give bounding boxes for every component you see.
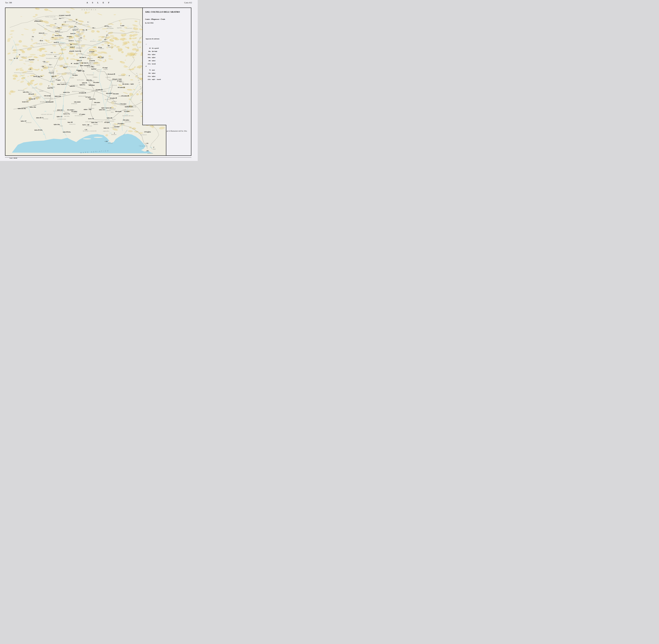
apparato-item: 223anoʃič — kortél [146,78,161,80]
atlas-sheet: Tav. 588 A S L E F Carta 412 pflúįkχmę̀s… [0,0,198,161]
apparato-item-number: 92b [146,72,151,74]
apparato-item: 70núoš [146,69,155,71]
apparato-item-number: 162a [146,54,151,55]
apparato-item-number: 215a [146,63,151,65]
apparato-item: 164akǫ́ltri [146,57,155,58]
apparato-item-number: 164a [146,57,151,58]
lagoon-island [108,141,113,142]
map-title: 3202. COLTELLO DELL’ARATRO [145,11,180,13]
apparato-item-word: fér a gortél [152,47,159,49]
apparato-item-word: fįér lúņk [152,50,157,52]
apparato-item-word: kǫ́ltri [152,54,155,55]
apparato-item-word: kortę́l [152,63,156,65]
sheet-number-right: Carta 412 [184,2,192,4]
lagoon-island [83,138,91,139]
apparato-item: 215akortę́l [146,63,156,65]
map-subtitle: Coutre - Pflugmesser - Črtalo [145,18,165,20]
apparato-item-number: 206 [146,60,151,62]
apparato-item-number: 223a [146,78,151,80]
apparato-item-word: kǫ́ltri [152,57,155,58]
p-symbol: P [146,66,146,67]
apparato-item-word: kóltri [152,60,155,62]
circle-symbol: ○ [146,43,146,45]
apparato-item: 40fér a gortél [146,47,159,49]
bottom-right-margin [166,125,191,156]
atlas-title: A S L E F [87,2,111,4]
apparato-heading: Apparato di confronto [145,38,159,40]
apparato-item: 162akǫ́ltri [146,54,155,55]
panel-border-step [142,125,166,125]
illustrations-note: per le Illustrazioni vedi Tav. 581a [167,130,187,132]
scale-note: Scala 1: 300.000 [9,158,17,159]
map-frame-bottom-rule [5,157,191,158]
apparato-item: 80afįér lúņk [146,50,157,52]
questionnaire-ref: Q. ALI 3552 [145,22,153,24]
apparato-item-word: kǫ́ltri [152,72,155,74]
apparato-item-number: 212a [146,75,151,77]
apparato-item-number: 40 [146,47,151,49]
adriatic-sea [12,134,153,153]
rivers [10,26,138,139]
apparato-item-word: núoš [152,69,155,71]
apparato-item: 92bkǫ́ltri [146,72,155,74]
panel-border-vertical [142,7,143,125]
legend-panel [142,7,191,125]
apparato-item: 212akǫ́ltri [146,75,155,77]
apparato-item: 206kóltri [146,60,155,62]
apparato-item-number: 70 [146,69,151,71]
notch-border-vertical [166,125,166,156]
apparato-item-word: kǫ́ltri [152,75,155,77]
sheet-number-left: Tav. 588 [5,2,12,4]
lagoon-island [94,137,103,138]
apparato-item-number: 80a [146,50,151,52]
apparato-item-word: noʃič — kortél [152,78,161,80]
